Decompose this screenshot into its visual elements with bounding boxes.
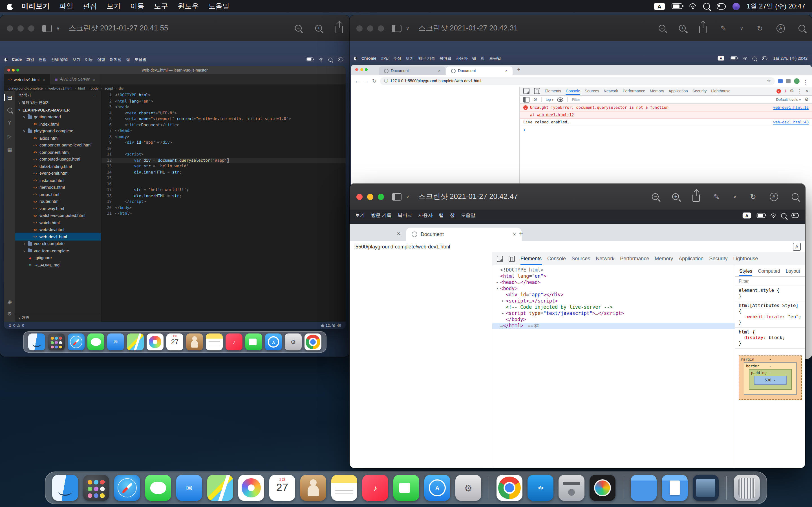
zoom-button[interactable] [378, 193, 384, 200]
browser-tab[interactable]: Document [446, 66, 513, 75]
browser-tab[interactable]: Document [379, 66, 446, 75]
calendar-dock-icon[interactable]: 1월27 [269, 475, 295, 501]
devtools-tab-sources[interactable]: Sources [571, 252, 590, 265]
close-tab-icon[interactable] [505, 69, 507, 73]
explorer-item[interactable]: <>watch.html [15, 219, 101, 226]
explorer-item[interactable]: <>data-binding.html [15, 163, 101, 170]
devtools-tab-network[interactable]: Network [604, 87, 618, 95]
zoom-button[interactable] [378, 25, 384, 31]
share-icon[interactable] [693, 194, 700, 202]
search-icon[interactable] [4, 108, 15, 113]
menu-item[interactable]: 윈도우 [177, 1, 199, 11]
colormeter-dock-icon[interactable] [590, 475, 615, 501]
contacts-dock-icon[interactable] [300, 475, 326, 501]
translate-icon[interactable] [793, 243, 801, 251]
explorer-item[interactable]: <>event-emit.html [15, 170, 101, 177]
devtools-tab-memory[interactable]: Memory [650, 87, 664, 95]
breadcrumb-item[interactable]: html [72, 86, 85, 90]
notes-dock-icon[interactable] [206, 334, 223, 350]
extension-icon[interactable] [778, 78, 783, 83]
console-settings-icon[interactable] [805, 97, 809, 102]
explorer-item[interactable]: <>vue-way.html [15, 205, 101, 212]
dom-node[interactable]: ▸<script>…</script> [492, 298, 735, 304]
source-link[interactable]: web-dev1.html:12 [773, 105, 809, 110]
close-button[interactable] [7, 25, 13, 31]
explorer-item[interactable]: ›vue-cli-complete [15, 240, 101, 247]
menu-item[interactable]: 사용자 [456, 55, 468, 61]
dom-node[interactable]: <!DOCTYPE html> [492, 267, 735, 273]
settings-gear-icon[interactable]: ⚙ [4, 311, 15, 317]
outline-section[interactable]: › 개요 [15, 314, 101, 322]
devtools-tab-performance[interactable]: Performance [623, 87, 645, 95]
battery-icon[interactable] [672, 3, 682, 9]
zoom-button[interactable] [28, 25, 35, 31]
console-prompt[interactable]: › [520, 126, 812, 133]
menu-item[interactable]: 사용자 [418, 212, 433, 219]
context-selector[interactable]: top [546, 98, 553, 101]
editor-tab[interactable]: ▦확장: Live Server [50, 74, 100, 84]
chevron-down-icon[interactable] [406, 194, 409, 199]
chevron-down-icon[interactable] [733, 194, 737, 199]
share-icon[interactable] [336, 25, 343, 33]
spotlight-icon[interactable] [703, 3, 710, 10]
twisty-icon[interactable]: ▸ [495, 279, 500, 286]
rotate-icon[interactable] [757, 23, 763, 33]
messages-dock-icon[interactable] [145, 475, 171, 501]
appstore-dock-icon[interactable] [424, 475, 450, 501]
share-icon[interactable] [700, 25, 707, 33]
explorer-item[interactable]: <>methods.html [15, 184, 101, 191]
profile-avatar[interactable] [794, 78, 800, 83]
explorer-item[interactable]: <>watch-vs-computed.html [15, 212, 101, 219]
breadcrumb-item[interactable]: body [85, 86, 99, 90]
minimize-button[interactable] [367, 193, 373, 200]
devtools-tab-lighthouse[interactable]: Lighthouse [711, 87, 730, 95]
live-expression-icon[interactable] [557, 97, 564, 102]
styles-tab-computed[interactable]: Computed [758, 265, 780, 276]
menu-item[interactable]: 이동 [130, 1, 144, 11]
chrome-dock-icon[interactable] [305, 334, 321, 350]
app-menu[interactable]: Code [12, 57, 22, 61]
inspect-element-icon[interactable] [523, 88, 529, 94]
settings-dock-icon[interactable] [285, 334, 302, 350]
markup-pencil-icon[interactable] [714, 191, 720, 202]
style-property[interactable]: display: block; [739, 335, 802, 341]
close-tab-icon[interactable] [93, 77, 95, 81]
styles-filter[interactable]: Filter [735, 277, 805, 286]
menu-item[interactable]: 탭 [472, 55, 476, 61]
preview-window-3[interactable]: 스크린샷 2021-01-27 20.42.47 보기방문 기록북마크사용자탭창… [350, 184, 805, 468]
browser-tab[interactable]: Document [406, 228, 522, 241]
zoom-in-icon[interactable] [315, 25, 322, 32]
twisty-icon[interactable]: ▸ [500, 311, 506, 317]
run-debug-icon[interactable]: ▷ [4, 133, 15, 140]
console-log-message[interactable]: Live reload enabled. web-dev1.html:48 [520, 119, 812, 126]
device-toolbar-icon[interactable] [534, 88, 540, 94]
devtools-tab-lighthouse[interactable]: Lighthouse [733, 252, 758, 265]
explorer-icon[interactable]: ▤ [4, 94, 15, 101]
devtools-settings-icon[interactable] [790, 89, 794, 94]
menu-item[interactable]: 보기 [406, 55, 414, 61]
forward-icon[interactable]: → [363, 78, 369, 83]
cursor-position[interactable]: 줄 12, 열 49 [320, 323, 341, 328]
box-model-border[interactable]: border - padding - 538 - [744, 362, 797, 395]
menu-item[interactable]: 도구 [154, 1, 168, 11]
menu-item[interactable]: 실행 [97, 57, 105, 62]
chevron-down-icon[interactable] [740, 25, 743, 31]
launchpad-dock-icon[interactable] [48, 334, 65, 350]
dom-node[interactable]: ▸<head>…</head> [492, 279, 735, 286]
app-menu[interactable]: 미리보기 [21, 1, 50, 11]
source-control-icon[interactable]: Y [4, 119, 15, 126]
box-model-margin[interactable]: margin - border - padding - [739, 355, 802, 400]
close-button[interactable] [356, 25, 363, 31]
launchpad-dock-icon[interactable] [83, 475, 109, 501]
menu-item[interactable]: 수정 [393, 55, 401, 61]
chevron-down-icon[interactable] [406, 25, 409, 31]
music-dock-icon[interactable] [362, 475, 388, 501]
breadcrumb-item[interactable]: web-dev1.html [43, 86, 72, 90]
close-tab-icon[interactable] [43, 77, 45, 81]
page-content[interactable] [350, 252, 492, 468]
new-tab-icon[interactable] [517, 67, 520, 73]
folder-downloads-dock-icon[interactable] [662, 475, 688, 501]
menu-item[interactable]: 파일 [59, 1, 73, 11]
close-button[interactable] [356, 193, 363, 200]
styles-filter-input[interactable]: Filter [739, 279, 749, 284]
